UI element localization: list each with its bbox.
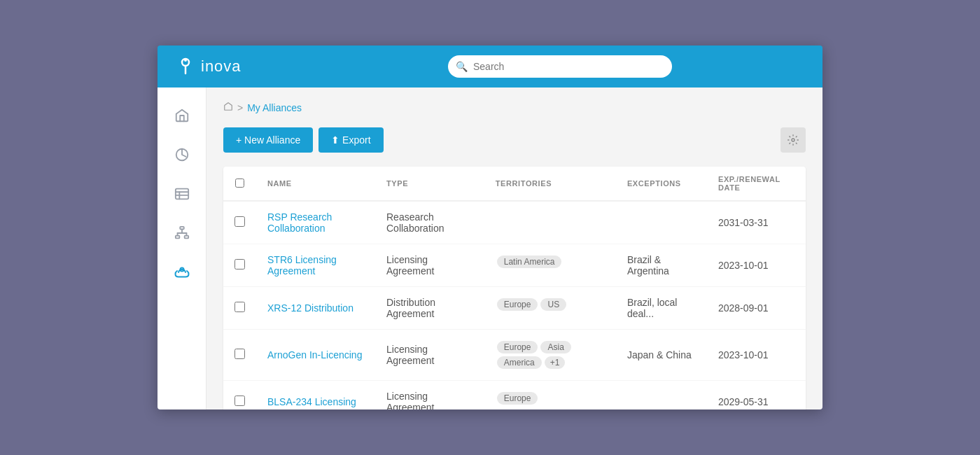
alliance-name-link[interactable]: STR6 Licensing Agreement <box>267 254 337 276</box>
sidebar <box>158 88 206 410</box>
row-exp-date: 2028-09-01 <box>707 287 806 330</box>
territory-tag: Europe <box>497 392 538 405</box>
breadcrumb-separator: > <box>237 102 243 113</box>
row-exceptions: Brazil, local deal... <box>616 287 707 330</box>
logo-icon <box>174 55 197 78</box>
table-body: RSP Research CollaborationReasearch Coll… <box>223 201 806 410</box>
svg-point-2 <box>184 59 187 62</box>
row-name: ArnoGen In-Licencing <box>256 330 375 381</box>
sidebar-item-alliances[interactable] <box>165 255 199 289</box>
home-breadcrumb-icon[interactable] <box>223 102 233 113</box>
territory-tag: Asia <box>540 341 570 354</box>
main-content: > My Alliances + New Alliance ⬆ Export <box>206 88 822 410</box>
breadcrumb-current[interactable]: My Alliances <box>247 102 302 113</box>
territory-tag: US <box>540 298 566 311</box>
logo-area: inova <box>174 55 314 78</box>
row-checkbox-cell <box>223 330 256 381</box>
row-type: Licensing Agreement <box>375 381 484 410</box>
row-checkbox-cell <box>223 381 256 410</box>
row-checkbox-cell <box>223 201 256 244</box>
territory-tag: Latin America <box>497 255 562 268</box>
row-checkbox-cell <box>223 287 256 330</box>
table-row: STR6 Licensing AgreementLicensing Agreem… <box>223 244 806 287</box>
action-buttons: + New Alliance ⬆ Export <box>223 127 384 153</box>
svg-rect-3 <box>175 189 188 200</box>
territory-tag: +1 <box>545 356 566 369</box>
row-name: RSP Research Collaboration <box>256 201 375 244</box>
row-checkbox-cell <box>223 244 256 287</box>
territory-tag: America <box>497 356 542 369</box>
col-exp-date: EXP./RENEWAL DATE <box>707 167 806 201</box>
search-icon: 🔍 <box>456 61 468 72</box>
row-type: Licensing Agreement <box>375 244 484 287</box>
action-bar: + New Alliance ⬆ Export <box>223 127 806 153</box>
row-checkbox[interactable] <box>234 259 245 270</box>
export-button[interactable]: ⬆ Export <box>318 127 383 153</box>
row-exceptions: Japan & China <box>616 330 707 381</box>
table-row: XRS-12 DistributionDistribution Agreemen… <box>223 287 806 330</box>
row-territories <box>484 202 616 221</box>
alliances-table: NAME TYPE TERRITORIES EXCEPTIONS EXP./RE… <box>223 167 806 410</box>
table-row: RSP Research CollaborationReasearch Coll… <box>223 201 806 244</box>
row-exp-date: 2023-10-01 <box>707 330 806 381</box>
row-name: BLSA-234 Licensing <box>256 381 375 410</box>
row-exp-date: 2031-03-31 <box>707 201 806 244</box>
row-exceptions: Brazil & Argentina <box>616 244 707 287</box>
row-exp-date: 2023-10-01 <box>707 244 806 287</box>
col-checkbox <box>223 167 256 201</box>
sidebar-item-home[interactable] <box>165 99 199 132</box>
col-territories: TERRITORIES <box>484 167 616 201</box>
sidebar-item-analytics[interactable] <box>165 138 199 172</box>
row-territories: Europe <box>484 381 616 410</box>
select-all-checkbox[interactable] <box>235 178 244 188</box>
alliance-name-link[interactable]: RSP Research Collaboration <box>267 211 332 234</box>
row-checkbox[interactable] <box>234 302 245 312</box>
col-name: NAME <box>256 167 375 201</box>
sidebar-item-contacts[interactable] <box>165 177 199 211</box>
row-type: Distribution Agreement <box>375 287 484 330</box>
col-type: TYPE <box>375 167 484 201</box>
search-input[interactable] <box>448 55 672 78</box>
search-wrapper: 🔍 <box>448 55 672 78</box>
table-row: ArnoGen In-LicencingLicensing AgreementE… <box>223 330 806 381</box>
row-name: XRS-12 Distribution <box>256 287 375 330</box>
table-container: NAME TYPE TERRITORIES EXCEPTIONS EXP./RE… <box>223 167 806 410</box>
row-exceptions <box>616 201 707 244</box>
row-territories: Latin America <box>484 244 616 279</box>
row-exceptions <box>616 381 707 410</box>
row-type: Licensing Agreement <box>375 330 484 381</box>
svg-point-15 <box>792 139 794 141</box>
app-body: > My Alliances + New Alliance ⬆ Export <box>158 88 822 410</box>
territory-tag: Europe <box>497 298 538 311</box>
row-name: STR6 Licensing Agreement <box>256 244 375 287</box>
table-row: BLSA-234 LicensingLicensing AgreementEur… <box>223 381 806 410</box>
alliance-name-link[interactable]: XRS-12 Distribution <box>267 302 354 314</box>
alliance-name-link[interactable]: ArnoGen In-Licencing <box>267 349 362 360</box>
app-window: inova 🔍 <box>158 46 822 410</box>
settings-icon <box>788 134 799 146</box>
row-territories: EuropeUS <box>484 287 616 322</box>
logo-text: inova <box>201 57 241 76</box>
sidebar-item-org-chart[interactable] <box>165 216 199 250</box>
row-territories: EuropeAsiaAmerica+1 <box>484 330 616 380</box>
col-exceptions: EXCEPTIONS <box>616 167 707 201</box>
alliance-name-link[interactable]: BLSA-234 Licensing <box>267 396 356 407</box>
row-checkbox[interactable] <box>234 349 245 359</box>
new-alliance-button[interactable]: + New Alliance <box>223 127 313 153</box>
settings-button[interactable] <box>780 127 806 153</box>
app-header: inova 🔍 <box>158 46 822 88</box>
row-checkbox[interactable] <box>234 216 245 227</box>
row-exp-date: 2029-05-31 <box>707 381 806 410</box>
territory-tag: Europe <box>497 341 538 354</box>
search-bar-wrapper: 🔍 <box>314 55 806 78</box>
table-header-row: NAME TYPE TERRITORIES EXCEPTIONS EXP./RE… <box>223 167 806 201</box>
row-type: Reasearch Collaboration <box>375 201 484 244</box>
breadcrumb: > My Alliances <box>223 102 806 113</box>
row-checkbox[interactable] <box>234 396 245 406</box>
